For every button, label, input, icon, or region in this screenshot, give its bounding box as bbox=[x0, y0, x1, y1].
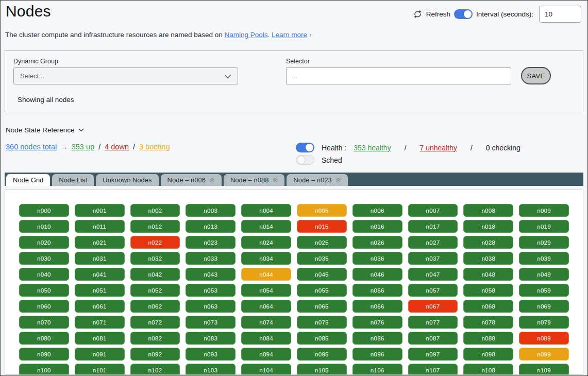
tab-node-n088[interactable]: Node – n088⊗ bbox=[224, 174, 284, 186]
node-n004[interactable]: n004 bbox=[241, 204, 291, 217]
node-n017[interactable]: n017 bbox=[408, 220, 458, 233]
node-n050[interactable]: n050 bbox=[19, 284, 69, 297]
node-n109[interactable]: n109 bbox=[519, 364, 569, 375]
unhealthy-link[interactable]: 7 unhealthy bbox=[420, 144, 457, 152]
node-n105[interactable]: n105 bbox=[297, 364, 347, 375]
learn-more-link[interactable]: Learn more bbox=[272, 31, 307, 39]
node-n027[interactable]: n027 bbox=[408, 236, 458, 249]
node-n043[interactable]: n043 bbox=[186, 268, 236, 281]
node-n001[interactable]: n001 bbox=[75, 204, 125, 217]
node-n011[interactable]: n011 bbox=[75, 220, 125, 233]
node-n013[interactable]: n013 bbox=[186, 220, 236, 233]
node-n070[interactable]: n070 bbox=[19, 316, 69, 329]
node-n057[interactable]: n057 bbox=[408, 284, 458, 297]
node-n020[interactable]: n020 bbox=[19, 236, 69, 249]
node-n073[interactable]: n073 bbox=[186, 316, 236, 329]
node-n092[interactable]: n092 bbox=[130, 348, 180, 361]
node-n036[interactable]: n036 bbox=[352, 252, 402, 265]
tab-close-icon[interactable]: ⊗ bbox=[272, 177, 278, 183]
node-n012[interactable]: n012 bbox=[130, 220, 180, 233]
node-n058[interactable]: n058 bbox=[463, 284, 513, 297]
node-n081[interactable]: n081 bbox=[75, 332, 125, 345]
node-n075[interactable]: n075 bbox=[297, 316, 347, 329]
node-n094[interactable]: n094 bbox=[241, 348, 291, 361]
node-n093[interactable]: n093 bbox=[186, 348, 236, 361]
node-n047[interactable]: n047 bbox=[408, 268, 458, 281]
node-n022[interactable]: n022 bbox=[130, 236, 180, 249]
node-n096[interactable]: n096 bbox=[352, 348, 402, 361]
node-n071[interactable]: n071 bbox=[75, 316, 125, 329]
node-n067[interactable]: n067 bbox=[408, 300, 458, 313]
node-n061[interactable]: n061 bbox=[75, 300, 125, 313]
node-n042[interactable]: n042 bbox=[130, 268, 180, 281]
node-n064[interactable]: n064 bbox=[241, 300, 291, 313]
node-n048[interactable]: n048 bbox=[463, 268, 513, 281]
node-n065[interactable]: n065 bbox=[297, 300, 347, 313]
node-n014[interactable]: n014 bbox=[241, 220, 291, 233]
node-n063[interactable]: n063 bbox=[186, 300, 236, 313]
node-n049[interactable]: n049 bbox=[519, 268, 569, 281]
tab-close-icon[interactable]: ⊗ bbox=[335, 177, 341, 183]
refresh-toggle[interactable] bbox=[454, 9, 473, 19]
node-n068[interactable]: n068 bbox=[463, 300, 513, 313]
tab-close-icon[interactable]: ⊗ bbox=[209, 177, 215, 183]
node-n083[interactable]: n083 bbox=[186, 332, 236, 345]
node-n018[interactable]: n018 bbox=[463, 220, 513, 233]
node-n044[interactable]: n044 bbox=[241, 268, 291, 281]
node-n069[interactable]: n069 bbox=[519, 300, 569, 313]
node-n045[interactable]: n045 bbox=[297, 268, 347, 281]
node-n052[interactable]: n052 bbox=[130, 284, 180, 297]
total-nodes-link[interactable]: 360 nodes total bbox=[6, 143, 57, 151]
node-n002[interactable]: n002 bbox=[130, 204, 180, 217]
node-n087[interactable]: n087 bbox=[408, 332, 458, 345]
naming-pools-link[interactable]: Naming Pools bbox=[225, 31, 268, 39]
node-n005[interactable]: n005 bbox=[297, 204, 347, 217]
refresh-icon[interactable] bbox=[413, 9, 423, 19]
node-n086[interactable]: n086 bbox=[352, 332, 402, 345]
node-n010[interactable]: n010 bbox=[19, 220, 69, 233]
node-n099[interactable]: n099 bbox=[519, 348, 569, 361]
dynamic-group-select[interactable]: Select... bbox=[13, 67, 238, 84]
node-n079[interactable]: n079 bbox=[519, 316, 569, 329]
node-n088[interactable]: n088 bbox=[463, 332, 513, 345]
node-n038[interactable]: n038 bbox=[463, 252, 513, 265]
node-n016[interactable]: n016 bbox=[352, 220, 402, 233]
selector-input[interactable] bbox=[286, 67, 511, 84]
node-n107[interactable]: n107 bbox=[408, 364, 458, 375]
node-n091[interactable]: n091 bbox=[75, 348, 125, 361]
node-n032[interactable]: n032 bbox=[130, 252, 180, 265]
node-n003[interactable]: n003 bbox=[186, 204, 236, 217]
node-n006[interactable]: n006 bbox=[352, 204, 402, 217]
node-n060[interactable]: n060 bbox=[19, 300, 69, 313]
node-n026[interactable]: n026 bbox=[352, 236, 402, 249]
node-n077[interactable]: n077 bbox=[408, 316, 458, 329]
node-n082[interactable]: n082 bbox=[130, 332, 180, 345]
node-n074[interactable]: n074 bbox=[241, 316, 291, 329]
tab-node-list[interactable]: Node List bbox=[52, 174, 94, 186]
node-n009[interactable]: n009 bbox=[519, 204, 569, 217]
node-n034[interactable]: n034 bbox=[241, 252, 291, 265]
node-state-reference[interactable]: Node State Reference bbox=[6, 126, 587, 134]
node-n090[interactable]: n090 bbox=[19, 348, 69, 361]
node-n097[interactable]: n097 bbox=[408, 348, 458, 361]
tab-node-n023[interactable]: Node – n023⊗ bbox=[287, 174, 347, 186]
nodes-up-link[interactable]: 353 up bbox=[72, 143, 94, 151]
health-toggle[interactable] bbox=[296, 143, 314, 152]
node-n072[interactable]: n072 bbox=[130, 316, 180, 329]
node-n025[interactable]: n025 bbox=[297, 236, 347, 249]
node-n041[interactable]: n041 bbox=[75, 268, 125, 281]
node-n024[interactable]: n024 bbox=[241, 236, 291, 249]
node-n100[interactable]: n100 bbox=[19, 364, 69, 375]
tab-node-grid[interactable]: Node Grid bbox=[6, 174, 50, 186]
node-n066[interactable]: n066 bbox=[352, 300, 402, 313]
node-n035[interactable]: n035 bbox=[297, 252, 347, 265]
node-n039[interactable]: n039 bbox=[519, 252, 569, 265]
save-button[interactable]: SAVE bbox=[521, 67, 551, 84]
node-n021[interactable]: n021 bbox=[75, 236, 125, 249]
node-n046[interactable]: n046 bbox=[352, 268, 402, 281]
nodes-booting-link[interactable]: 3 booting bbox=[139, 143, 170, 151]
node-n031[interactable]: n031 bbox=[75, 252, 125, 265]
nodes-down-link[interactable]: 4 down bbox=[105, 143, 129, 151]
node-n053[interactable]: n053 bbox=[186, 284, 236, 297]
healthy-link[interactable]: 353 healthy bbox=[354, 144, 391, 152]
